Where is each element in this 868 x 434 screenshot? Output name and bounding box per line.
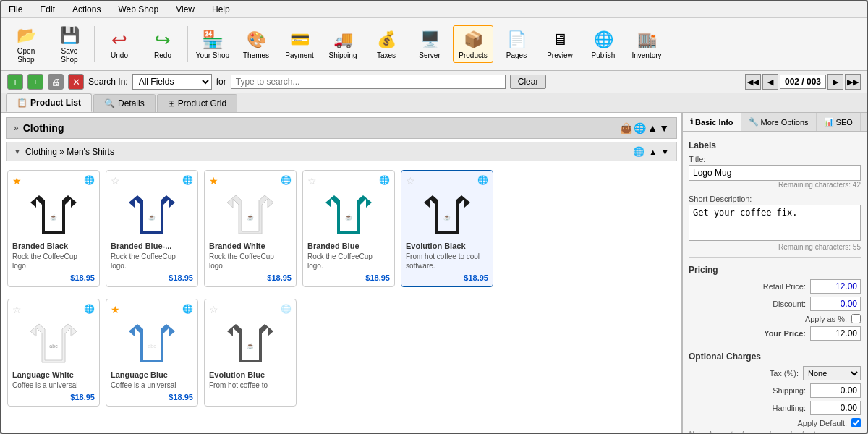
globe-icon-7[interactable]: 🌐 bbox=[182, 304, 193, 315]
globe-icon-5[interactable]: 🌐 bbox=[477, 175, 488, 187]
nav-first-button[interactable]: ◀◀ bbox=[745, 74, 761, 90]
handling-row: Handling: bbox=[689, 401, 861, 415]
category-expand-icon[interactable]: » bbox=[14, 123, 19, 133]
inventory-button[interactable]: 🏬 Inventory bbox=[626, 25, 667, 63]
nav-current-page: 002 / 003 bbox=[780, 75, 826, 89]
tax-row: Tax (%): None bbox=[689, 366, 861, 380]
product-desc-6: Coffee is a universal bbox=[12, 380, 95, 390]
shipping-button[interactable]: 🚚 Shipping bbox=[323, 25, 363, 63]
tshirt-svg-5: ☕ bbox=[424, 192, 470, 235]
print-button[interactable]: 🖨 bbox=[48, 74, 64, 90]
subcategory-down-icon[interactable]: ▼ bbox=[661, 148, 669, 156]
product-name-6: Language White bbox=[12, 370, 95, 379]
category-actions: 👜 🌐 ▲ ▼ bbox=[620, 122, 669, 134]
tab-seo[interactable]: 📊 SEO bbox=[817, 113, 861, 131]
product-card-language-blue[interactable]: ★ 🌐 abc Language Blue Coffee is a univer… bbox=[106, 299, 198, 407]
globe-icon-2[interactable]: 🌐 bbox=[182, 175, 193, 187]
category-bag-icon[interactable]: 👜 bbox=[620, 122, 632, 134]
menu-view[interactable]: View bbox=[173, 3, 197, 16]
open-shop-button[interactable]: 📂 Open Shop bbox=[6, 21, 46, 67]
menu-file[interactable]: File bbox=[6, 3, 25, 16]
tab-details[interactable]: 🔍 Details bbox=[93, 94, 156, 112]
search-field-select[interactable]: All Fields bbox=[132, 74, 212, 90]
apply-default-checkbox[interactable] bbox=[851, 418, 861, 427]
title-input[interactable] bbox=[689, 165, 861, 181]
details-icon: 🔍 bbox=[104, 98, 115, 109]
menu-help[interactable]: Help bbox=[209, 3, 233, 16]
menu-actions[interactable]: Actions bbox=[69, 3, 103, 16]
menu-edit[interactable]: Edit bbox=[37, 3, 58, 16]
add-product-button[interactable]: + bbox=[7, 74, 23, 90]
nav-last-button[interactable]: ▶▶ bbox=[845, 74, 861, 90]
redo-button[interactable]: ↪ Redo bbox=[142, 25, 183, 63]
star-icon-8[interactable]: ☆ bbox=[209, 304, 218, 315]
card-top-3: ★ 🌐 bbox=[209, 175, 292, 187]
apply-pct-checkbox[interactable] bbox=[851, 314, 861, 323]
nav-controls: ◀◀ ◀ 002 / 003 ▶ ▶▶ bbox=[745, 74, 861, 90]
tax-select[interactable]: None bbox=[803, 366, 861, 380]
undo-button[interactable]: ↩ Undo bbox=[99, 25, 140, 63]
tshirt-svg-8: ☕ bbox=[227, 320, 273, 364]
star-icon-1[interactable]: ★ bbox=[12, 175, 22, 187]
undo-label: Undo bbox=[111, 51, 128, 60]
product-card-evolution-blue[interactable]: ☆ 🌐 ☕ Evolution Blue From hot coffee to bbox=[204, 299, 297, 407]
product-card-branded-black[interactable]: ★ 🌐 ☕ Branded Black Rock the CoffeeCup l… bbox=[7, 170, 100, 287]
server-button[interactable]: 🖥️ Server bbox=[409, 25, 450, 63]
globe-icon-6[interactable]: 🌐 bbox=[84, 304, 95, 315]
shipping-input[interactable] bbox=[810, 383, 861, 398]
star-icon-3[interactable]: ★ bbox=[209, 175, 218, 187]
publish-button[interactable]: 🌐 Publish bbox=[583, 25, 624, 63]
nav-next-button[interactable]: ▶ bbox=[827, 74, 843, 90]
themes-button[interactable]: 🎨 Themes bbox=[236, 25, 276, 63]
handling-input[interactable] bbox=[810, 401, 861, 415]
tab-product-list[interactable]: 📋 Product List bbox=[6, 93, 92, 112]
tab-product-grid[interactable]: ⊞ Product Grid bbox=[157, 94, 237, 112]
globe-icon-1[interactable]: 🌐 bbox=[84, 175, 95, 187]
star-icon-7[interactable]: ★ bbox=[111, 304, 120, 315]
preview-button[interactable]: 🖥 Preview bbox=[540, 25, 580, 63]
menu-webshop[interactable]: Web Shop bbox=[115, 3, 161, 16]
products-button[interactable]: 📦 Products bbox=[453, 25, 493, 63]
your-price-input[interactable] bbox=[810, 326, 861, 341]
product-card-language-white[interactable]: ☆ 🌐 abc Language White Coffee is a unive… bbox=[7, 299, 100, 407]
star-icon-2[interactable]: ☆ bbox=[111, 175, 120, 187]
discount-input[interactable] bbox=[810, 297, 861, 311]
save-shop-button[interactable]: 💾 Save Shop bbox=[49, 21, 90, 67]
product-name-2: Branded Blue-... bbox=[111, 242, 193, 250]
star-icon-5[interactable]: ☆ bbox=[406, 175, 415, 187]
globe-icon-8[interactable]: 🌐 bbox=[281, 304, 292, 315]
taxes-button[interactable]: 💰 Taxes bbox=[366, 25, 407, 63]
retail-price-input[interactable] bbox=[810, 279, 861, 294]
subcategory-expand-icon[interactable]: ▼ bbox=[14, 148, 21, 156]
star-icon-4[interactable]: ☆ bbox=[307, 175, 317, 187]
tshirt-svg-4: ☕ bbox=[326, 192, 372, 235]
tab-more-options[interactable]: 🔧 More Options bbox=[741, 113, 817, 131]
publish-label: Publish bbox=[592, 51, 616, 60]
tshirt-svg-6: abc bbox=[30, 320, 77, 364]
svg-text:abc: abc bbox=[49, 344, 58, 349]
category-up-icon[interactable]: ▲ bbox=[647, 122, 658, 134]
short-desc-textarea[interactable]: Get your coffee fix. bbox=[689, 205, 861, 241]
globe-icon-4[interactable]: 🌐 bbox=[379, 175, 390, 187]
product-card-evolution-black[interactable]: ☆ 🌐 ☕ Evolution Black From hot coffee to… bbox=[401, 170, 493, 287]
star-icon-6[interactable]: ☆ bbox=[12, 304, 22, 315]
category-down-icon[interactable]: ▼ bbox=[659, 122, 669, 134]
subcategory-up-icon[interactable]: ▲ bbox=[649, 148, 657, 156]
product-card-branded-white[interactable]: ★ 🌐 ☕ Branded White Rock the CoffeeCup l… bbox=[204, 170, 297, 287]
add-category-button[interactable]: + bbox=[27, 74, 43, 90]
product-name-1: Branded Black bbox=[12, 242, 95, 250]
product-card-branded-blue-dash[interactable]: ☆ 🌐 ☕ Branded Blue-... Rock the CoffeeCu… bbox=[106, 170, 198, 287]
clear-button[interactable]: Clear bbox=[510, 75, 547, 89]
product-card-branded-blue[interactable]: ☆ 🌐 ☕ Branded Blue Rock the CoffeeCup lo… bbox=[302, 170, 395, 287]
your-shop-button[interactable]: 🏪 Your Shop bbox=[192, 25, 233, 63]
pages-button[interactable]: 📄 Pages bbox=[496, 25, 537, 63]
themes-label: Themes bbox=[243, 51, 269, 60]
subcategory-globe-icon[interactable]: 🌐 bbox=[633, 146, 644, 157]
nav-prev-button[interactable]: ◀ bbox=[762, 74, 778, 90]
globe-icon-3[interactable]: 🌐 bbox=[281, 175, 292, 187]
payment-button[interactable]: 💳 Payment bbox=[279, 25, 320, 63]
search-input[interactable] bbox=[231, 75, 506, 89]
delete-button[interactable]: ✕ bbox=[68, 74, 84, 90]
category-globe-icon[interactable]: 🌐 bbox=[634, 122, 646, 134]
tab-basic-info[interactable]: ℹ Basic Info bbox=[683, 113, 741, 131]
